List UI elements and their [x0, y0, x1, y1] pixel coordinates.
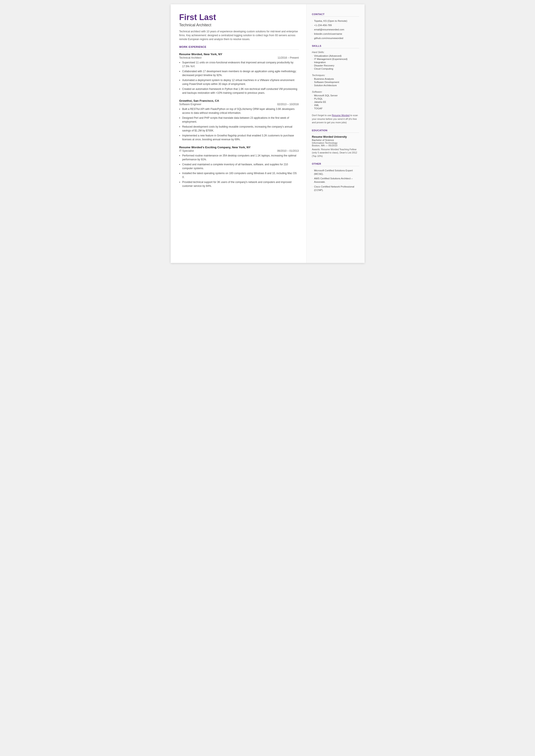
- contact-item-4: github.com/resumeworded: [312, 37, 359, 40]
- contact-section-title: CONTACT: [312, 13, 359, 16]
- contact-item-3: linkedin.com/in/username: [312, 32, 359, 36]
- hard-skills-list: Virtualization (Advanced) IT Management …: [312, 55, 359, 70]
- software-list: Microsoft SQL Server PL/SQL Jakarta EE X…: [312, 94, 359, 110]
- contact-list: Topeka, KS (Open to Remote) +1-234-456-7…: [312, 19, 359, 40]
- job-header-1: Resume Worded, New York, NY: [179, 53, 299, 56]
- job-role-line-2: Software Engineer 02/2013 – 10/2016: [179, 103, 299, 106]
- other-item-0: Microsoft Certified Solutions Expert (MC…: [312, 169, 359, 176]
- candidate-summary: Technical architect with 10 years of exp…: [179, 30, 299, 41]
- edu-location: Boston, MA — 05/2010: [312, 144, 359, 147]
- job-dates-2: 02/2013 – 10/2016: [277, 103, 299, 106]
- bullet-1-3: Automated a deployment system to deploy …: [179, 78, 299, 86]
- contact-item-2: email@resumeworded.com: [312, 28, 359, 31]
- education-section: EDUCATION Resume Worded University Bache…: [312, 129, 359, 158]
- software-1: PL/SQL: [312, 98, 359, 100]
- job-header-3: Resume Worded's Exciting Company, New Yo…: [179, 146, 299, 149]
- techniques-block: Techniques: Business Analysis Software D…: [312, 74, 359, 87]
- bullet-1-1: Supervised 11 units on cross-functional …: [179, 61, 299, 68]
- promo-prefix: Don't forget to use: [312, 114, 332, 117]
- software-label: Software:: [312, 91, 359, 93]
- edu-school: Resume Worded University: [312, 135, 359, 138]
- job-company-3: Resume Worded's Exciting Company, New Yo…: [179, 146, 251, 149]
- edu-degree: Bachelor of Science: [312, 139, 359, 141]
- hard-skill-1: IT Management (Experienced): [312, 58, 359, 60]
- software-3: XML: [312, 104, 359, 106]
- hard-skills-label: Hard Skills:: [312, 51, 359, 53]
- job-bullets-3: Performed routine maintenance on 354 des…: [179, 154, 299, 188]
- job-role-1: Technical Architect: [179, 56, 202, 59]
- edu-awards: Awards: Resume Worded Teaching Fellow (o…: [312, 148, 359, 158]
- software-0: Microsoft SQL Server: [312, 94, 359, 97]
- skills-promo-text: Don't forget to use Resume Worded to sca…: [312, 114, 359, 124]
- bullet-1-2: Collaborated with 17 development team me…: [179, 70, 299, 77]
- candidate-name: First Last: [179, 13, 299, 22]
- job-role-line-3: IT Specialist 06/2010 – 01/2013: [179, 149, 299, 153]
- name-section: First Last Technical Architect Technical…: [179, 13, 299, 41]
- edu-block: Resume Worded University Bachelor of Sci…: [312, 135, 359, 158]
- bullet-2-2: Designed Perl and PHP scripts that trans…: [179, 116, 299, 124]
- contact-item-1: +1-234-456-789: [312, 23, 359, 27]
- hard-skill-4: Cloud Computing: [312, 68, 359, 70]
- job-role-2: Software Engineer: [179, 103, 202, 106]
- bullet-1-4: Created an automation framework in Pytho…: [179, 87, 299, 95]
- job-dates-3: 06/2010 – 01/2013: [277, 149, 299, 153]
- job-dates-1: 11/2016 – Present: [277, 56, 299, 59]
- other-section: OTHER Microsoft Certified Solutions Expe…: [312, 162, 359, 192]
- bullet-2-4: Implemented a new feature in Growthsi fl…: [179, 134, 299, 141]
- job-company-2: Growthsi, San Francisco, CA: [179, 99, 219, 102]
- right-column: CONTACT Topeka, KS (Open to Remote) +1-2…: [306, 4, 365, 263]
- job-company-1: Resume Worded, New York, NY: [179, 53, 222, 56]
- hard-skill-2: Integration: [312, 61, 359, 64]
- techniques-label: Techniques:: [312, 74, 359, 76]
- technique-2: Solution Architecture: [312, 84, 359, 87]
- bullet-3-2: Created and maintained a complete invent…: [179, 162, 299, 170]
- hard-skills-block: Hard Skills: Virtualization (Advanced) I…: [312, 51, 359, 70]
- technique-0: Business Analysis: [312, 78, 359, 80]
- bullet-3-1: Performed routine maintenance on 354 des…: [179, 154, 299, 161]
- job-block-1: Resume Worded, New York, NY Technical Ar…: [179, 53, 299, 95]
- education-section-title: EDUCATION: [312, 129, 359, 133]
- contact-item-0: Topeka, KS (Open to Remote): [312, 19, 359, 23]
- other-list: Microsoft Certified Solutions Expert (MC…: [312, 169, 359, 192]
- skills-section: SKILLS Hard Skills: Virtualization (Adva…: [312, 44, 359, 124]
- work-experience-label: WORK EXPERIENCE: [179, 45, 299, 49]
- job-header-2: Growthsi, San Francisco, CA: [179, 99, 299, 102]
- candidate-title: Technical Architect: [179, 23, 299, 27]
- technique-1: Software Development: [312, 81, 359, 83]
- software-2: Jakarta EE: [312, 101, 359, 103]
- hard-skill-0: Virtualization (Advanced): [312, 55, 359, 57]
- other-section-title: OTHER: [312, 162, 359, 166]
- contact-section: CONTACT Topeka, KS (Open to Remote) +1-2…: [312, 13, 359, 40]
- other-item-2: Cisco Certified Network Professional (CC…: [312, 185, 359, 192]
- job-block-3: Resume Worded's Exciting Company, New Yo…: [179, 146, 299, 188]
- job-bullets-2: Built a RESTful API with Flask/Python on…: [179, 107, 299, 141]
- techniques-list: Business Analysis Software Development S…: [312, 78, 359, 87]
- job-role-line-1: Technical Architect 11/2016 – Present: [179, 56, 299, 59]
- skills-section-title: SKILLS: [312, 44, 359, 48]
- hard-skill-3: Disaster Recovery: [312, 64, 359, 67]
- job-bullets-1: Supervised 11 units on cross-functional …: [179, 61, 299, 95]
- software-block: Software: Microsoft SQL Server PL/SQL Ja…: [312, 91, 359, 110]
- resume-page: First Last Technical Architect Technical…: [171, 4, 365, 263]
- software-4: TOGAF: [312, 107, 359, 110]
- other-item-1: AWS Certified Solutions Architect – Asso…: [312, 177, 359, 183]
- bullet-2-1: Built a RESTful API with Flask/Python on…: [179, 107, 299, 115]
- job-block-2: Growthsi, San Francisco, CA Software Eng…: [179, 99, 299, 141]
- bullet-2-3: Reduced development costs by building re…: [179, 125, 299, 132]
- bullet-3-3: Installed the latest operating systems o…: [179, 171, 299, 179]
- job-role-3: IT Specialist: [179, 149, 194, 153]
- bullet-3-4: Provided technical support for 3K users …: [179, 180, 299, 188]
- edu-field: Information Technology: [312, 142, 359, 144]
- promo-link[interactable]: Resume Worded: [332, 114, 350, 117]
- left-column: First Last Technical Architect Technical…: [171, 4, 306, 263]
